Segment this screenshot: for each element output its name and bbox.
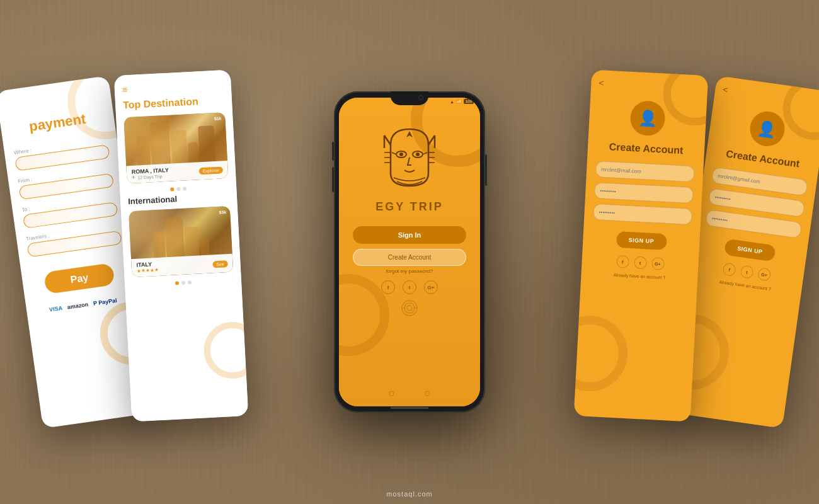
svg-point-13	[399, 152, 403, 156]
avatar-2: 👤	[747, 109, 786, 148]
paypal-logo: P PayPal	[93, 297, 117, 307]
svg-point-14	[416, 152, 420, 156]
amazon-logo: amazon	[67, 301, 89, 311]
center-buttons: Sign In Create Account	[353, 226, 466, 266]
password-input-1[interactable]	[594, 182, 694, 203]
social-icons-1: f t G+	[616, 255, 665, 270]
person-icon-1: 👤	[638, 109, 657, 128]
fb-icon-1[interactable]: f	[616, 255, 629, 268]
tw-icon-1[interactable]: t	[634, 256, 647, 269]
bottom-dot-3	[187, 280, 191, 284]
signup-button-2[interactable]: SIGN UP	[724, 239, 776, 262]
svg-line-0	[384, 135, 391, 145]
gp-icon-2[interactable]: G+	[757, 267, 772, 282]
svg-line-15	[392, 152, 396, 154]
social-icons-2: f t G+	[723, 262, 772, 281]
back-button-1[interactable]: <	[598, 77, 604, 88]
egy-logo: EGY TRIP	[375, 126, 444, 214]
signin-button[interactable]: Sign In	[353, 226, 466, 244]
svg-line-16	[423, 152, 427, 154]
menu-icon[interactable]: ≡	[122, 79, 224, 94]
destinations-title: Top Destination	[123, 94, 225, 111]
create-account-button[interactable]: Create Account	[353, 249, 466, 266]
social-icons: f t G+	[381, 280, 438, 294]
visa-logo: VISA	[49, 305, 62, 313]
bottom-right-icon: ⬡	[425, 390, 430, 397]
see-badge[interactable]: See	[212, 260, 228, 268]
svg-line-1	[428, 135, 435, 145]
fingerprint-icon[interactable]	[401, 299, 418, 320]
phone-notch	[391, 91, 428, 105]
main-scene: payment Where : From : To : Travelers : …	[0, 0, 819, 504]
back-button-2[interactable]: <	[722, 84, 728, 95]
forgot-password[interactable]: forgot my password?	[386, 268, 433, 274]
svg-point-19	[407, 306, 412, 311]
dot-1	[170, 187, 174, 191]
pay-button[interactable]: Pay	[43, 263, 115, 294]
svg-marker-10	[406, 131, 413, 137]
dot-2	[176, 187, 180, 191]
bottom-dot-2	[181, 281, 185, 285]
google-plus-icon[interactable]: G+	[424, 280, 438, 294]
twitter-icon[interactable]: t	[403, 280, 416, 294]
gp-icon-1[interactable]: G+	[651, 257, 665, 270]
facebook-icon[interactable]: f	[381, 280, 395, 294]
card-price-1: $5k	[214, 116, 222, 121]
avatar-1: 👤	[629, 100, 666, 137]
tw-icon-2[interactable]: t	[740, 265, 754, 279]
signup-button-1[interactable]: SIGN UP	[616, 231, 667, 250]
create-account-screen-1: < 👤 Create Account SIGN UP f t G+ Alread…	[574, 70, 709, 422]
card-price-2: $5k	[219, 210, 226, 215]
fb-icon-2[interactable]: f	[723, 262, 737, 277]
person-icon-2: 👤	[757, 118, 778, 139]
egy-logo-text: EGY TRIP	[375, 200, 444, 214]
destination-card-1[interactable]: $5k ROMA , ITALY ✈ 12 Days Trip Explorer	[123, 112, 228, 183]
explorer-badge[interactable]: Explorer	[198, 166, 223, 175]
international-title: International	[128, 192, 230, 206]
create-title-2: Create Account	[725, 148, 800, 169]
center-phone: ▲ 📶 100	[334, 91, 485, 413]
already-account-2: Already have an account ?	[719, 280, 771, 291]
watermark: mostaql.com	[386, 488, 432, 499]
destination-card-2[interactable]: $5k ITALY ★★★★★ See	[129, 206, 233, 277]
svg-point-18	[404, 303, 415, 313]
bottom-dots	[132, 278, 234, 287]
bottom-dot-1	[175, 281, 178, 285]
destinations-screen: ≡ Top Destination $5k ROMA , ITALY	[114, 70, 249, 422]
create-title-1: Create Account	[609, 141, 683, 156]
email-input-1[interactable]	[595, 161, 695, 182]
already-account-1: Already have an account ?	[613, 273, 665, 280]
watermark-text: mostaql.com	[386, 490, 432, 498]
dot-3	[183, 186, 186, 190]
confirm-input-1[interactable]	[593, 203, 692, 225]
egy-screen: ▲ 📶 100	[339, 98, 480, 406]
bottom-left-icon: ⬡	[389, 390, 394, 397]
